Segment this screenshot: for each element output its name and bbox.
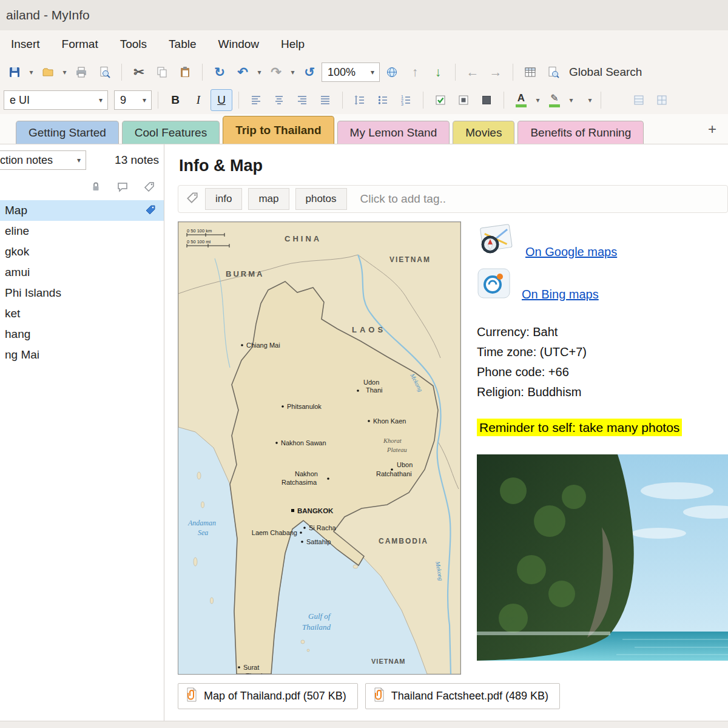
tree-item[interactable]: ng Mai (0, 345, 164, 365)
global-search-button[interactable] (542, 61, 564, 83)
align-left-button[interactable] (245, 89, 267, 111)
menu-help[interactable]: Help (281, 38, 305, 51)
filled-box-button[interactable] (476, 89, 497, 111)
label-ubon-2: Ratchathani (376, 470, 412, 477)
tree-item[interactable]: eline (0, 221, 164, 241)
bing-maps-icon (477, 268, 511, 302)
checkbox-checked-button[interactable] (430, 89, 451, 111)
new-tab-button[interactable]: + (703, 121, 722, 138)
back-button[interactable]: ← (462, 61, 484, 83)
label-sattahip: Sattahip (306, 538, 331, 545)
line-spacing-button[interactable] (349, 89, 371, 111)
attachment-factsheet-pdf[interactable]: Thailand Factsheet.pdf (489 KB) (365, 683, 560, 709)
label-nakhon-ratchasima-1: Nakhon (295, 470, 318, 477)
menu-insert[interactable]: Insert (11, 38, 40, 51)
highlight-pen-icon: ✎ (550, 93, 558, 103)
zoom-select[interactable]: 100% ▾ (322, 62, 380, 82)
save-menu-caret-icon[interactable]: ▾ (27, 61, 36, 83)
italic-button[interactable]: I (187, 89, 209, 111)
move-up-button[interactable]: ↑ (404, 61, 426, 83)
paste-button[interactable] (174, 61, 196, 83)
tree-item-label: amui (5, 266, 30, 279)
history-button[interactable]: ↺ (298, 61, 320, 83)
undo-caret-icon[interactable]: ▾ (255, 61, 264, 83)
notes-count: 13 notes (115, 153, 164, 167)
menu-window[interactable]: Window (218, 38, 260, 51)
tree-item-label: Map (5, 204, 27, 217)
note-info-column: On Google maps On Bing maps (477, 221, 728, 675)
font-size-select[interactable]: 9 ▾ (114, 90, 152, 110)
numbered-list-button[interactable]: 123 (395, 89, 417, 111)
tab-trip-to-thailand[interactable]: Trip to Thailand (223, 116, 334, 144)
global-search-label[interactable]: Global Search (569, 66, 642, 79)
underline-button[interactable]: U (211, 89, 232, 111)
window-title: ailand - MyInfo (6, 8, 90, 22)
checkbox-partial-button[interactable] (453, 89, 474, 111)
bold-button[interactable]: B (164, 89, 186, 111)
align-right-button[interactable] (291, 89, 313, 111)
note-editor: Info & Map info map photos Click to add … (164, 144, 728, 721)
tab-label: Benefits of Running (530, 126, 631, 140)
tag-column-icon[interactable] (143, 181, 155, 195)
tree-item-map[interactable]: Map (0, 200, 164, 221)
tab-label: Cool Features (135, 126, 207, 140)
thailand-map-image: 0 50 100 km 0 50 100 mi CHINA VIETNAM (178, 221, 461, 675)
tag-pill-info[interactable]: info (205, 188, 242, 210)
open-menu-caret-icon[interactable]: ▾ (60, 61, 69, 83)
add-tag-field[interactable]: Click to add tag.. (360, 192, 447, 206)
font-color-caret-icon[interactable]: ▾ (533, 89, 542, 111)
extra-tool-button-1[interactable] (628, 89, 650, 111)
redo-caret-icon[interactable]: ▾ (288, 61, 297, 83)
extra-tool-button-2[interactable] (651, 89, 673, 111)
tab-label: My Lemon Stand (350, 126, 437, 140)
align-center-button[interactable] (268, 89, 290, 111)
bullet-list-button[interactable] (372, 89, 394, 111)
tree-item-label: hang (5, 328, 30, 341)
lock-icon[interactable] (90, 181, 102, 195)
print-preview-button[interactable] (93, 61, 115, 83)
redo-button[interactable]: ↷ (265, 61, 287, 83)
tab-getting-started[interactable]: Getting Started (16, 121, 119, 144)
bing-maps-link[interactable]: On Bing maps (522, 288, 599, 302)
print-button[interactable] (70, 61, 92, 83)
refresh-button[interactable]: ↻ (209, 61, 231, 83)
open-button[interactable] (37, 61, 59, 83)
tab-movies[interactable]: Movies (453, 121, 514, 144)
insert-link-button[interactable] (381, 61, 403, 83)
tree-item[interactable]: hang (0, 324, 164, 345)
label-chiang-mai: Chiang Mai (246, 342, 280, 349)
styles-caret-icon[interactable]: ▾ (585, 89, 595, 111)
copy-button[interactable] (151, 61, 173, 83)
collection-select[interactable]: ction notes ▾ (0, 150, 86, 170)
menu-format[interactable]: Format (62, 38, 98, 51)
tag-pill-photos[interactable]: photos (295, 188, 347, 210)
align-justify-button[interactable] (314, 89, 336, 111)
tab-label: Getting Started (29, 126, 106, 140)
move-down-button[interactable]: ↓ (427, 61, 449, 83)
tab-cool-features[interactable]: Cool Features (122, 121, 220, 144)
comment-icon[interactable] (116, 181, 129, 195)
google-maps-link[interactable]: On Google maps (525, 245, 617, 259)
tab-my-lemon-stand[interactable]: My Lemon Stand (337, 121, 450, 144)
undo-button[interactable]: ↶ (232, 61, 254, 83)
cut-button[interactable]: ✂ (128, 61, 150, 83)
forward-button[interactable]: → (485, 61, 507, 83)
highlight-color-caret-icon[interactable]: ▾ (567, 89, 576, 111)
menubar: Insert Format Tools Table Window Help (0, 30, 728, 58)
island-photo (477, 454, 728, 661)
font-size-caret-icon: ▾ (138, 96, 151, 104)
highlight-color-button[interactable]: ✎ (544, 89, 565, 111)
tree-item[interactable]: amui (0, 262, 164, 283)
font-color-button[interactable]: A (510, 89, 532, 111)
attachment-map-pdf[interactable]: Map of Thailand.pdf (507 KB) (178, 683, 358, 709)
font-family-select[interactable]: e UI ▾ (4, 90, 108, 110)
tag-pill-map[interactable]: map (248, 188, 289, 210)
tree-item[interactable]: gkok (0, 241, 164, 262)
tab-benefits-of-running[interactable]: Benefits of Running (517, 121, 644, 144)
tree-item[interactable]: Phi Islands (0, 283, 164, 303)
tree-item[interactable]: ket (0, 303, 164, 324)
save-button[interactable] (4, 61, 25, 83)
insert-table-button[interactable] (519, 61, 541, 83)
menu-tools[interactable]: Tools (120, 38, 147, 51)
menu-table[interactable]: Table (169, 38, 196, 51)
